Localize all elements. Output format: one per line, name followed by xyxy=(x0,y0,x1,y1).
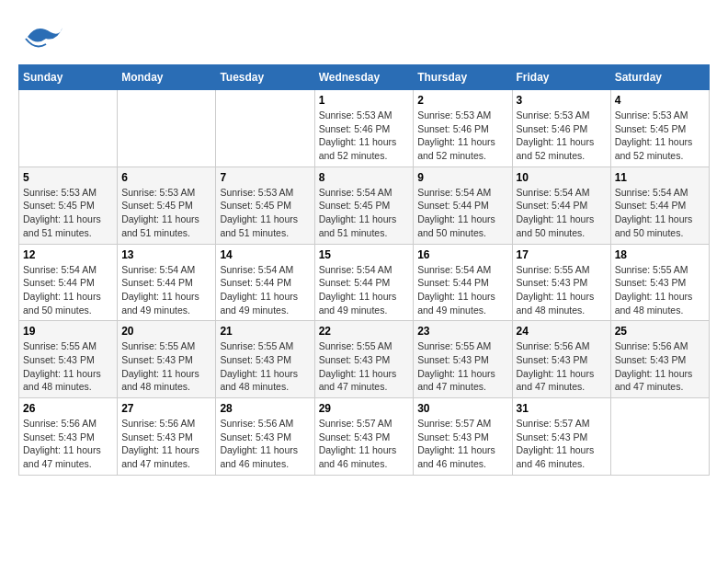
day-number: 4 xyxy=(615,94,705,107)
day-info: Sunrise: 5:57 AMSunset: 5:43 PMDaylight:… xyxy=(319,417,410,471)
calendar-cell: 10Sunrise: 5:54 AMSunset: 5:44 PMDayligh… xyxy=(512,167,610,244)
calendar-cell: 17Sunrise: 5:55 AMSunset: 5:43 PMDayligh… xyxy=(512,244,610,321)
calendar-cell: 27Sunrise: 5:56 AMSunset: 5:43 PMDayligh… xyxy=(118,398,216,476)
day-number: 6 xyxy=(121,171,211,184)
day-number: 20 xyxy=(121,325,211,338)
day-number: 11 xyxy=(615,171,705,184)
day-number: 1 xyxy=(319,94,410,107)
day-number: 16 xyxy=(417,248,507,261)
calendar-cell: 30Sunrise: 5:57 AMSunset: 5:43 PMDayligh… xyxy=(414,398,512,476)
calendar-cell: 16Sunrise: 5:54 AMSunset: 5:44 PMDayligh… xyxy=(414,244,512,321)
calendar-cell: 19Sunrise: 5:55 AMSunset: 5:43 PMDayligh… xyxy=(19,321,118,398)
day-header-sunday: Sunday xyxy=(19,65,118,90)
calendar-cell: 14Sunrise: 5:54 AMSunset: 5:44 PMDayligh… xyxy=(216,244,314,321)
day-info: Sunrise: 5:53 AMSunset: 5:45 PMDaylight:… xyxy=(121,186,211,240)
day-header-tuesday: Tuesday xyxy=(216,65,314,90)
day-header-wednesday: Wednesday xyxy=(314,65,414,90)
calendar-week-1: 1Sunrise: 5:53 AMSunset: 5:46 PMDaylight… xyxy=(19,90,710,167)
calendar-cell: 24Sunrise: 5:56 AMSunset: 5:43 PMDayligh… xyxy=(512,321,610,398)
day-info: Sunrise: 5:54 AMSunset: 5:44 PMDaylight:… xyxy=(220,263,310,317)
calendar-cell: 21Sunrise: 5:55 AMSunset: 5:43 PMDayligh… xyxy=(216,321,314,398)
day-info: Sunrise: 5:54 AMSunset: 5:45 PMDaylight:… xyxy=(319,186,410,240)
day-info: Sunrise: 5:53 AMSunset: 5:46 PMDaylight:… xyxy=(417,109,507,163)
logo xyxy=(18,18,68,55)
day-info: Sunrise: 5:53 AMSunset: 5:45 PMDaylight:… xyxy=(23,186,113,240)
day-info: Sunrise: 5:56 AMSunset: 5:43 PMDaylight:… xyxy=(23,417,113,471)
calendar-header-row: SundayMondayTuesdayWednesdayThursdayFrid… xyxy=(19,65,710,90)
day-number: 26 xyxy=(23,402,113,415)
day-number: 15 xyxy=(319,248,410,261)
day-info: Sunrise: 5:55 AMSunset: 5:43 PMDaylight:… xyxy=(615,263,705,317)
day-info: Sunrise: 5:55 AMSunset: 5:43 PMDaylight:… xyxy=(121,339,211,394)
calendar-cell: 15Sunrise: 5:54 AMSunset: 5:44 PMDayligh… xyxy=(314,244,414,321)
day-number: 8 xyxy=(319,171,410,184)
day-info: Sunrise: 5:55 AMSunset: 5:43 PMDaylight:… xyxy=(23,339,113,394)
calendar-cell: 7Sunrise: 5:53 AMSunset: 5:45 PMDaylight… xyxy=(216,167,314,244)
day-info: Sunrise: 5:55 AMSunset: 5:43 PMDaylight:… xyxy=(517,263,607,317)
day-number: 7 xyxy=(220,171,310,184)
day-info: Sunrise: 5:53 AMSunset: 5:46 PMDaylight:… xyxy=(319,109,410,163)
day-number: 29 xyxy=(319,402,410,415)
day-header-friday: Friday xyxy=(512,65,610,90)
day-info: Sunrise: 5:54 AMSunset: 5:44 PMDaylight:… xyxy=(319,263,410,317)
day-info: Sunrise: 5:55 AMSunset: 5:43 PMDaylight:… xyxy=(417,339,507,394)
calendar-table: SundayMondayTuesdayWednesdayThursdayFrid… xyxy=(18,64,710,476)
day-number: 3 xyxy=(517,94,607,107)
calendar-cell: 6Sunrise: 5:53 AMSunset: 5:45 PMDaylight… xyxy=(118,167,216,244)
day-number: 17 xyxy=(517,248,607,261)
calendar-cell: 20Sunrise: 5:55 AMSunset: 5:43 PMDayligh… xyxy=(118,321,216,398)
day-number: 12 xyxy=(23,248,113,261)
day-number: 24 xyxy=(517,325,607,338)
day-info: Sunrise: 5:54 AMSunset: 5:44 PMDaylight:… xyxy=(615,186,705,240)
calendar-cell: 23Sunrise: 5:55 AMSunset: 5:43 PMDayligh… xyxy=(414,321,512,398)
day-info: Sunrise: 5:56 AMSunset: 5:43 PMDaylight:… xyxy=(615,339,705,394)
day-info: Sunrise: 5:53 AMSunset: 5:46 PMDaylight:… xyxy=(517,109,607,163)
day-number: 5 xyxy=(23,171,113,184)
day-number: 28 xyxy=(220,402,310,415)
calendar-cell: 13Sunrise: 5:54 AMSunset: 5:44 PMDayligh… xyxy=(118,244,216,321)
logo-icon xyxy=(18,18,64,55)
calendar-cell: 29Sunrise: 5:57 AMSunset: 5:43 PMDayligh… xyxy=(314,398,414,476)
day-info: Sunrise: 5:54 AMSunset: 5:44 PMDaylight:… xyxy=(121,263,211,317)
day-info: Sunrise: 5:57 AMSunset: 5:43 PMDaylight:… xyxy=(517,417,607,471)
day-number: 19 xyxy=(23,325,113,338)
calendar-week-3: 12Sunrise: 5:54 AMSunset: 5:44 PMDayligh… xyxy=(19,244,710,321)
day-info: Sunrise: 5:54 AMSunset: 5:44 PMDaylight:… xyxy=(23,263,113,317)
day-info: Sunrise: 5:54 AMSunset: 5:44 PMDaylight:… xyxy=(417,186,507,240)
day-info: Sunrise: 5:54 AMSunset: 5:44 PMDaylight:… xyxy=(517,186,607,240)
calendar-week-2: 5Sunrise: 5:53 AMSunset: 5:45 PMDaylight… xyxy=(19,167,710,244)
day-number: 31 xyxy=(517,402,607,415)
day-header-saturday: Saturday xyxy=(610,65,709,90)
calendar-week-4: 19Sunrise: 5:55 AMSunset: 5:43 PMDayligh… xyxy=(19,321,710,398)
calendar-cell: 22Sunrise: 5:55 AMSunset: 5:43 PMDayligh… xyxy=(314,321,414,398)
calendar-cell xyxy=(610,398,709,476)
calendar-cell: 12Sunrise: 5:54 AMSunset: 5:44 PMDayligh… xyxy=(19,244,118,321)
day-number: 22 xyxy=(319,325,410,338)
calendar-cell xyxy=(118,90,216,167)
page-header xyxy=(18,18,710,55)
day-header-monday: Monday xyxy=(118,65,216,90)
day-info: Sunrise: 5:57 AMSunset: 5:43 PMDaylight:… xyxy=(417,417,507,471)
day-info: Sunrise: 5:55 AMSunset: 5:43 PMDaylight:… xyxy=(319,339,410,394)
calendar-cell: 26Sunrise: 5:56 AMSunset: 5:43 PMDayligh… xyxy=(19,398,118,476)
day-info: Sunrise: 5:53 AMSunset: 5:45 PMDaylight:… xyxy=(220,186,310,240)
day-info: Sunrise: 5:56 AMSunset: 5:43 PMDaylight:… xyxy=(220,417,310,471)
day-number: 14 xyxy=(220,248,310,261)
day-number: 10 xyxy=(517,171,607,184)
calendar-cell: 5Sunrise: 5:53 AMSunset: 5:45 PMDaylight… xyxy=(19,167,118,244)
calendar-cell: 25Sunrise: 5:56 AMSunset: 5:43 PMDayligh… xyxy=(610,321,709,398)
day-info: Sunrise: 5:54 AMSunset: 5:44 PMDaylight:… xyxy=(417,263,507,317)
day-number: 2 xyxy=(417,94,507,107)
calendar-cell: 11Sunrise: 5:54 AMSunset: 5:44 PMDayligh… xyxy=(610,167,709,244)
calendar-cell: 28Sunrise: 5:56 AMSunset: 5:43 PMDayligh… xyxy=(216,398,314,476)
day-number: 13 xyxy=(121,248,211,261)
day-number: 18 xyxy=(615,248,705,261)
day-number: 9 xyxy=(417,171,507,184)
calendar-cell: 1Sunrise: 5:53 AMSunset: 5:46 PMDaylight… xyxy=(314,90,414,167)
day-number: 21 xyxy=(220,325,310,338)
day-info: Sunrise: 5:56 AMSunset: 5:43 PMDaylight:… xyxy=(121,417,211,471)
day-number: 25 xyxy=(615,325,705,338)
day-header-thursday: Thursday xyxy=(414,65,512,90)
calendar-cell xyxy=(19,90,118,167)
day-info: Sunrise: 5:53 AMSunset: 5:45 PMDaylight:… xyxy=(615,109,705,163)
